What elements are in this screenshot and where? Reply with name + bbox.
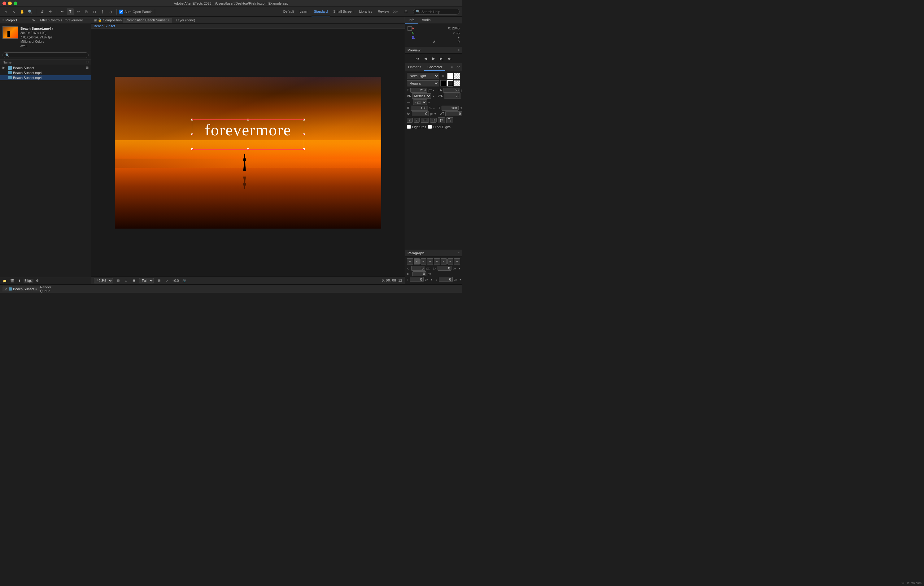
justify-right-btn[interactable]: ≡ <box>441 258 447 264</box>
timeline-tab-menu[interactable]: ≡ <box>36 287 38 291</box>
char-menu-icon[interactable]: ≡ <box>449 64 455 71</box>
subscript-style-btn[interactable]: TT <box>446 117 453 123</box>
close-button[interactable] <box>2 2 6 5</box>
fast-previews-icon[interactable]: ▷ <box>163 277 170 284</box>
superscript-style-btn[interactable]: TT <box>438 117 445 123</box>
comp-tab[interactable]: Composition Beach Sunset ≡ <box>123 18 172 23</box>
ligatures-checkbox[interactable] <box>407 125 411 129</box>
fill-color-box[interactable] <box>447 73 453 79</box>
kerning-select[interactable]: Metrics Auto Optical <box>412 93 431 99</box>
paragraph-menu-icon[interactable]: ≡ <box>458 251 460 255</box>
item-menu-icon[interactable]: ⊞ <box>86 66 89 70</box>
brush-tool[interactable]: ✏ <box>75 8 82 15</box>
workspace-learn[interactable]: Learn <box>297 7 311 17</box>
justify-left-btn[interactable]: ≡ <box>427 258 433 264</box>
tsrotate-input[interactable] <box>445 111 462 116</box>
first-frame-button[interactable]: ⏮ <box>414 55 421 62</box>
prev-frame-button[interactable]: ◀ <box>422 55 429 62</box>
extension-icon[interactable]: ⊞ <box>403 8 409 15</box>
workspace-standard[interactable]: Standard <box>312 7 330 17</box>
font-size-dropdown[interactable]: ▾ <box>433 89 434 92</box>
workspace-default[interactable]: Default <box>281 7 297 17</box>
text-tool active[interactable]: T <box>67 8 74 15</box>
tracking-input[interactable] <box>444 94 461 99</box>
list-view-icon[interactable]: ⊞ <box>86 60 89 64</box>
bold-italic-style-btn[interactable]: T <box>407 118 413 123</box>
first-line-indent-input[interactable] <box>412 271 426 276</box>
import-icon[interactable]: ⬇ <box>16 277 23 284</box>
rotation-tool[interactable]: ↺ <box>39 8 46 15</box>
allcaps-style-btn[interactable]: TT <box>421 118 429 123</box>
clone-tool[interactable]: ⎘ <box>83 8 90 15</box>
minimize-button[interactable] <box>8 2 12 5</box>
list-item[interactable]: ▶ Beach Sunset ⊞ <box>0 65 91 70</box>
close-timeline-icon[interactable]: ✕ <box>5 287 7 291</box>
baseline-select[interactable]: - px px <box>413 99 427 105</box>
hscale-dropdown[interactable]: ▾ <box>433 107 435 110</box>
char-expand-icon[interactable]: >> <box>455 64 462 71</box>
eraser-tool[interactable]: ◻ <box>91 8 98 15</box>
timeline-tab[interactable]: ✕ Beach Sunset ≡ <box>2 287 40 291</box>
transparent-color-box[interactable] <box>454 73 460 79</box>
justify-full-btn[interactable]: ≡ <box>454 258 460 264</box>
baseline-shift-dropdown[interactable]: ▾ <box>434 112 436 116</box>
breadcrumb-item[interactable]: Beach Sunset <box>94 24 115 28</box>
stroke-box[interactable] <box>447 80 453 86</box>
composition-viewport[interactable]: forevermore <box>91 29 405 276</box>
font-select[interactable]: Nexa Light <box>407 73 439 79</box>
left-indent-input[interactable] <box>411 266 425 271</box>
safe-margins-icon[interactable]: ▣ <box>130 277 137 284</box>
pen-tool[interactable]: ✒ <box>59 8 66 15</box>
space-before-dropdown[interactable]: ▾ <box>431 278 432 281</box>
hand-tool[interactable]: ✋ <box>18 8 25 15</box>
workspace-small-screen[interactable]: Small Screen <box>331 7 356 17</box>
delete-icon[interactable]: 🗑 <box>34 277 41 284</box>
zoom-select[interactable]: 49.3% <box>94 278 113 283</box>
current-timecode[interactable]: 0;00;08;12 <box>382 279 402 282</box>
list-item[interactable]: Beach Sunset.mp4 <box>0 70 91 75</box>
snapshot-icon[interactable]: 📷 <box>181 277 188 284</box>
libraries-tab[interactable]: Libraries <box>405 64 424 71</box>
workspace-libraries[interactable]: Libraries <box>357 7 375 17</box>
space-after-input[interactable] <box>439 277 453 282</box>
footage-expand-icon[interactable]: ▾ <box>52 27 53 30</box>
stroke-fill-box[interactable] <box>441 80 447 86</box>
smallcaps-style-btn[interactable]: Tt <box>430 118 437 123</box>
comp-tab-menu[interactable]: ≡ <box>168 18 170 21</box>
shape-tool[interactable]: ◇ <box>107 8 114 15</box>
render-queue-btn[interactable]: Render Queue <box>42 286 49 292</box>
align-right-btn[interactable]: ≡ <box>421 258 427 264</box>
anchor-point-tool[interactable]: ✛ <box>47 8 54 15</box>
quality-select[interactable]: Full <box>139 278 154 283</box>
puppet-tool[interactable]: † <box>99 8 106 15</box>
zoom-tool[interactable]: 🔍 <box>26 8 33 15</box>
character-tab[interactable]: Character <box>424 64 445 71</box>
new-comp-icon[interactable]: 🎬 <box>9 277 15 284</box>
auto-open-checkbox[interactable] <box>119 10 123 14</box>
kerning-dropdown[interactable]: ▾ <box>432 94 434 98</box>
style-select[interactable]: Regular <box>407 80 439 86</box>
fit-to-window-icon[interactable]: ⊡ <box>115 277 122 284</box>
italic-style-btn[interactable]: T <box>414 118 420 123</box>
extension-panel-btn[interactable]: ⊞ <box>403 8 409 15</box>
toggle-pixel-aspect-icon[interactable]: □ <box>123 277 129 284</box>
selection-tool[interactable]: ↖ <box>10 8 17 15</box>
more-workspaces-icon[interactable]: >> <box>392 8 399 15</box>
transparent2-box[interactable] <box>454 80 460 86</box>
align-center-btn[interactable]: ≡ <box>414 258 420 264</box>
vertical-scale-input[interactable] <box>442 106 459 111</box>
right-indent-input[interactable] <box>437 266 452 271</box>
horizontal-scale-input[interactable] <box>411 106 428 111</box>
project-search-input[interactable] <box>2 52 89 58</box>
expand-icon[interactable]: ▶ <box>2 66 7 70</box>
audio-tab[interactable]: Audio <box>418 17 434 23</box>
play-button[interactable]: ▶ <box>431 55 437 62</box>
project-panel-menu[interactable]: ≫ <box>32 18 35 22</box>
info-tab[interactable]: Info <box>405 17 418 23</box>
preview-menu-icon[interactable]: ≡ <box>458 48 460 52</box>
justify-all-btn[interactable]: ≡ <box>447 258 454 264</box>
search-input[interactable] <box>421 10 457 14</box>
baseline-shift-input[interactable] <box>412 111 429 116</box>
fullscreen-button[interactable] <box>14 2 17 5</box>
indent-dropdown[interactable]: ▾ <box>459 267 460 270</box>
